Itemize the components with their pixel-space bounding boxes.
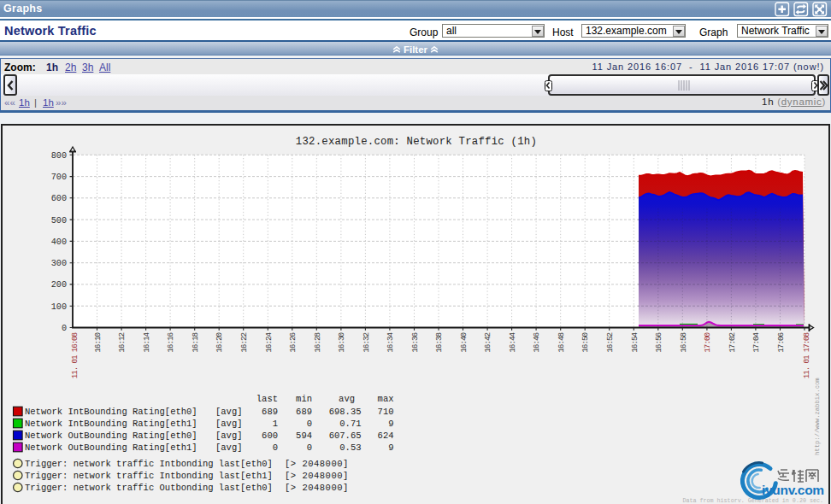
svg-text:16:36: 16:36 — [410, 333, 420, 353]
svg-text:iyunv.com: iyunv.com — [762, 483, 824, 497]
svg-text:Network OutBounding Rating[eth: Network OutBounding Rating[eth0] — [25, 431, 197, 441]
svg-text:16:48: 16:48 — [557, 333, 566, 353]
svg-text:[> 2048000]: [> 2048000] — [285, 459, 349, 469]
svg-text:max: max — [378, 394, 394, 404]
svg-text:16:32: 16:32 — [362, 333, 371, 353]
svg-text:16:28: 16:28 — [313, 333, 322, 353]
svg-text:16:24: 16:24 — [264, 332, 274, 353]
svg-text:800: 800 — [51, 151, 67, 161]
svg-text:9: 9 — [388, 442, 393, 453]
svg-text:700: 700 — [51, 173, 67, 182]
svg-text:17:02: 17:02 — [728, 333, 737, 353]
svg-text:last: last — [256, 394, 278, 404]
svg-text:Network OutBounding Rating[eth: Network OutBounding Rating[eth1] — [25, 442, 197, 453]
svg-text:Trigger: network traffic Outbo: Trigger: network traffic Outbonding last… — [25, 483, 273, 493]
svg-text:16:38: 16:38 — [434, 333, 444, 353]
svg-text:17:00: 17:00 — [703, 333, 712, 353]
svg-text:16:30: 16:30 — [337, 333, 346, 353]
svg-text:16:14: 16:14 — [142, 332, 151, 353]
svg-text:1: 1 — [273, 419, 278, 429]
svg-text:16:58: 16:58 — [679, 333, 688, 353]
svg-text:Trigger: network traffic Intbo: Trigger: network traffic Intbonding last… — [25, 459, 273, 469]
svg-text:0: 0 — [307, 419, 312, 429]
svg-text:16:10: 16:10 — [93, 333, 103, 353]
svg-text:Network IntBounding Rating[eth: Network IntBounding Rating[eth1] — [25, 419, 197, 429]
svg-text:Trigger: network traffic Intbo: Trigger: network traffic Intbonding last… — [25, 471, 273, 481]
svg-text:[avg]: [avg] — [215, 431, 243, 441]
svg-text:http://www.zabbix.com: http://www.zabbix.com — [814, 378, 821, 455]
svg-text:16:12: 16:12 — [117, 333, 127, 353]
svg-text:16:44: 16:44 — [508, 332, 517, 353]
svg-text:11. 01 17:08: 11. 01 17:08 — [802, 332, 811, 378]
svg-text:16:16: 16:16 — [166, 333, 175, 353]
svg-text:624: 624 — [378, 431, 394, 441]
svg-text:avg: avg — [339, 394, 355, 404]
svg-text:0: 0 — [62, 324, 67, 333]
svg-text:9: 9 — [388, 419, 393, 429]
svg-text:16:40: 16:40 — [459, 333, 469, 353]
svg-text:600: 600 — [51, 194, 67, 203]
svg-text:16:52: 16:52 — [605, 333, 615, 353]
svg-text:11. 01 16:08: 11. 01 16:08 — [70, 332, 80, 378]
svg-text:16:26: 16:26 — [288, 333, 298, 353]
svg-text:607.65: 607.65 — [329, 431, 362, 441]
svg-text:16:54: 16:54 — [630, 332, 639, 353]
svg-text:[avg]: [avg] — [215, 407, 243, 417]
svg-text:[> 2048000]: [> 2048000] — [285, 483, 349, 493]
svg-text:[> 2048000]: [> 2048000] — [285, 471, 349, 481]
svg-text:Network IntBounding Rating[eth: Network IntBounding Rating[eth0] — [25, 407, 197, 417]
svg-text:0: 0 — [273, 442, 278, 453]
svg-text:200: 200 — [51, 280, 67, 290]
svg-text:17:04: 17:04 — [751, 332, 761, 353]
svg-text:710: 710 — [378, 407, 394, 417]
svg-text:132.example.com: Network Traff: 132.example.com: Network Traffic (1h) — [296, 136, 537, 148]
svg-text:[avg]: [avg] — [215, 419, 243, 429]
svg-text:689: 689 — [296, 407, 312, 417]
svg-text:594: 594 — [296, 431, 312, 441]
svg-text:16:56: 16:56 — [654, 333, 663, 353]
svg-text:0.53: 0.53 — [339, 442, 361, 453]
svg-text:16:34: 16:34 — [386, 332, 395, 353]
svg-text:600: 600 — [262, 431, 278, 441]
svg-text:17:06: 17:06 — [776, 333, 786, 353]
svg-text:698.35: 698.35 — [329, 407, 362, 417]
svg-text:16:46: 16:46 — [532, 333, 541, 353]
svg-text:16:22: 16:22 — [239, 333, 249, 353]
svg-text:400: 400 — [51, 237, 67, 247]
svg-text:16:18: 16:18 — [191, 333, 200, 353]
svg-text:100: 100 — [51, 302, 67, 312]
svg-text:500: 500 — [51, 216, 67, 226]
svg-text:16:20: 16:20 — [215, 333, 224, 353]
svg-text:[avg]: [avg] — [215, 442, 243, 453]
svg-text:min: min — [296, 394, 312, 404]
svg-text:16:42: 16:42 — [483, 333, 492, 353]
svg-text:0.71: 0.71 — [339, 419, 361, 429]
svg-text:0: 0 — [307, 442, 312, 453]
svg-text:689: 689 — [262, 407, 278, 417]
svg-text:300: 300 — [51, 259, 67, 268]
svg-text:16:50: 16:50 — [581, 333, 590, 353]
